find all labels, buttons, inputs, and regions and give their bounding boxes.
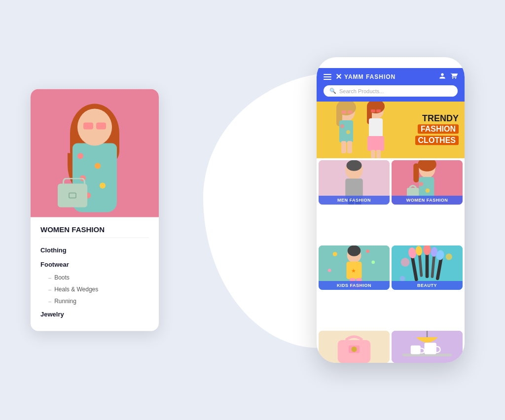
svg-rect-9 xyxy=(348,110,353,114)
svg-point-55 xyxy=(401,258,410,267)
category-tile-women[interactable]: WOMEN FASHION xyxy=(392,160,463,205)
woman-figure xyxy=(63,104,127,217)
user-icon[interactable] xyxy=(439,72,446,81)
phone-mockup: ✕ YAMM FASHION 🔍 Search Prod xyxy=(317,57,465,363)
svg-rect-66 xyxy=(424,343,436,354)
svg-rect-15 xyxy=(371,150,375,158)
woman-fashion-image xyxy=(31,89,159,217)
svg-point-56 xyxy=(446,253,452,260)
svg-point-4 xyxy=(340,124,344,128)
sunglasses xyxy=(83,123,106,130)
search-bar-container: 🔍 Search Products... xyxy=(317,85,465,102)
nav-sub-heals-wedges[interactable]: Heals & Wedges xyxy=(40,283,149,295)
home-image xyxy=(392,331,463,363)
svg-text:★: ★ xyxy=(351,268,356,274)
svg-point-43 xyxy=(328,269,331,272)
handbag xyxy=(58,184,87,208)
phone-notch xyxy=(366,57,415,68)
app-title: YAMM FASHION xyxy=(344,73,396,80)
banner-figures-svg xyxy=(317,102,405,158)
nav-sub-boots[interactable]: Boots xyxy=(40,272,149,283)
scene: WOMEN FASHION Clothing Footwear Boots He… xyxy=(31,33,474,387)
category-tile-kids[interactable]: ★ KIDS FASHION xyxy=(319,245,390,290)
header-left: ✕ YAMM FASHION xyxy=(324,72,396,81)
promo-banner: TRENDY FASHION CLOTHES xyxy=(317,102,465,158)
svg-rect-65 xyxy=(411,346,421,354)
search-input-wrap[interactable]: 🔍 Search Products... xyxy=(324,85,458,97)
svg-rect-3 xyxy=(339,120,353,142)
header-icons xyxy=(439,72,458,81)
svg-point-31 xyxy=(426,188,430,193)
svg-point-5 xyxy=(346,130,350,134)
svg-point-40 xyxy=(333,252,337,256)
search-placeholder: Search Products... xyxy=(339,88,384,94)
app-logo: ✕ YAMM FASHION xyxy=(335,72,396,81)
category-tile-home[interactable] xyxy=(392,331,463,363)
svg-point-21 xyxy=(346,160,361,171)
banner-clothes: CLOTHES xyxy=(415,136,459,145)
banner-trendy: TRENDY xyxy=(415,114,459,124)
svg-point-61 xyxy=(351,347,357,352)
women-fashion-label: WOMEN FASHION xyxy=(392,196,463,205)
svg-rect-6 xyxy=(341,141,346,153)
beauty-label: BEAUTY xyxy=(392,281,463,290)
svg-point-42 xyxy=(371,261,375,264)
svg-rect-14 xyxy=(367,136,384,151)
partial-tiles xyxy=(317,331,465,363)
nav-item-jewelry[interactable]: Jewelry xyxy=(40,307,149,321)
logo-x-icon: ✕ xyxy=(335,72,342,81)
banner-text: TRENDY FASHION CLOTHES xyxy=(415,114,459,146)
svg-rect-13 xyxy=(369,118,383,139)
category-tile-beauty[interactable]: BEAUTY xyxy=(392,245,463,290)
banner-fashion: FASHION xyxy=(418,125,459,134)
nav-sub-running[interactable]: Running xyxy=(40,295,149,307)
kids-fashion-label: KIDS FASHION xyxy=(319,281,390,290)
phone-screen: ✕ YAMM FASHION 🔍 Search Prod xyxy=(317,68,465,363)
svg-point-30 xyxy=(419,182,423,186)
svg-rect-16 xyxy=(376,150,381,158)
handbag-clasp xyxy=(69,193,76,199)
svg-rect-18 xyxy=(376,109,381,112)
left-navigation-card: WOMEN FASHION Clothing Footwear Boots He… xyxy=(31,89,159,331)
svg-rect-28 xyxy=(413,163,419,182)
category-tile-bags[interactable] xyxy=(319,331,390,363)
men-fashion-label: MEN FASHION xyxy=(319,196,390,205)
navigation-content: WOMEN FASHION Clothing Footwear Boots He… xyxy=(31,217,159,331)
nav-item-clothing[interactable]: Clothing xyxy=(40,243,149,257)
category-grid: MEN FASHION xyxy=(317,158,465,331)
hamburger-icon[interactable] xyxy=(324,74,331,80)
app-header: ✕ YAMM FASHION xyxy=(317,68,465,85)
nav-item-footwear[interactable]: Footwear xyxy=(40,257,149,272)
search-icon: 🔍 xyxy=(329,88,336,94)
svg-point-41 xyxy=(366,249,369,253)
svg-rect-17 xyxy=(371,109,375,112)
svg-point-35 xyxy=(348,245,361,256)
category-tile-men[interactable]: MEN FASHION xyxy=(319,160,390,205)
bags-image xyxy=(319,331,390,363)
cart-icon[interactable] xyxy=(451,72,458,81)
svg-rect-7 xyxy=(347,141,352,153)
section-title: WOMEN FASHION xyxy=(40,225,149,238)
svg-rect-8 xyxy=(341,110,346,114)
head xyxy=(77,109,112,146)
